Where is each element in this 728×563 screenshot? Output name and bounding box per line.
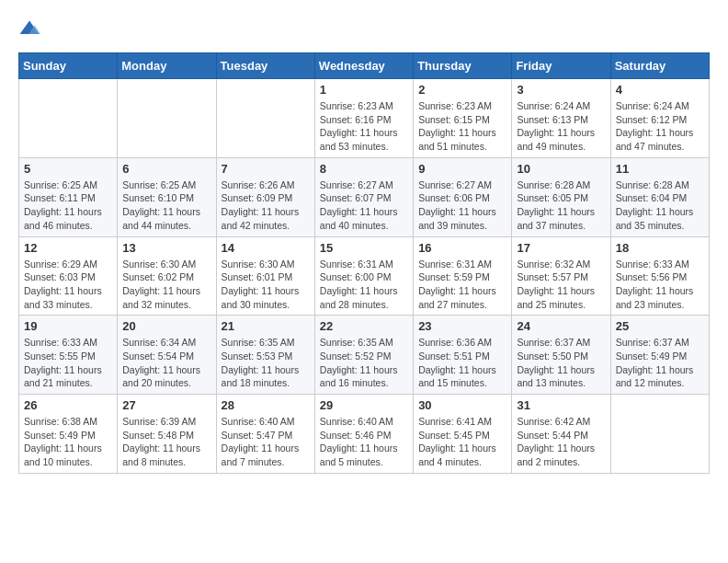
day-number: 5 [24, 162, 112, 176]
calendar-cell: 10Sunrise: 6:28 AM Sunset: 6:05 PM Dayli… [512, 157, 610, 236]
calendar-cell: 30Sunrise: 6:41 AM Sunset: 5:45 PM Dayli… [414, 395, 512, 474]
day-number: 21 [222, 319, 310, 333]
calendar-cell: 13Sunrise: 6:30 AM Sunset: 6:02 PM Dayli… [118, 236, 216, 316]
calendar-cell: 20Sunrise: 6:34 AM Sunset: 5:54 PM Dayli… [118, 316, 216, 395]
day-info: Sunrise: 6:23 AM Sunset: 6:16 PM Dayligh… [320, 99, 408, 154]
calendar-cell: 31Sunrise: 6:42 AM Sunset: 5:44 PM Dayli… [512, 395, 610, 474]
calendar-cell [610, 395, 709, 474]
calendar-cell: 17Sunrise: 6:32 AM Sunset: 5:57 PM Dayli… [512, 236, 610, 316]
calendar-cell: 16Sunrise: 6:31 AM Sunset: 5:59 PM Dayli… [414, 236, 512, 316]
day-info: Sunrise: 6:29 AM Sunset: 6:03 PM Dayligh… [24, 258, 112, 312]
day-number: 28 [222, 398, 310, 412]
day-number: 4 [616, 83, 704, 97]
day-info: Sunrise: 6:32 AM Sunset: 5:57 PM Dayligh… [517, 258, 605, 312]
day-number: 17 [517, 241, 605, 255]
day-info: Sunrise: 6:31 AM Sunset: 6:00 PM Dayligh… [320, 258, 408, 312]
day-number: 22 [320, 319, 408, 333]
day-number: 27 [122, 398, 210, 412]
day-info: Sunrise: 6:38 AM Sunset: 5:49 PM Dayligh… [24, 415, 112, 469]
day-info: Sunrise: 6:23 AM Sunset: 6:15 PM Dayligh… [418, 99, 506, 154]
calendar-cell: 24Sunrise: 6:37 AM Sunset: 5:50 PM Dayli… [512, 316, 610, 395]
day-number: 25 [616, 319, 704, 333]
calendar-cell [19, 79, 118, 158]
day-info: Sunrise: 6:28 AM Sunset: 6:04 PM Dayligh… [616, 178, 704, 233]
logo-icon [18, 19, 40, 38]
day-number: 14 [222, 241, 310, 255]
calendar-cell: 23Sunrise: 6:36 AM Sunset: 5:51 PM Dayli… [414, 316, 512, 395]
day-info: Sunrise: 6:34 AM Sunset: 5:54 PM Dayligh… [122, 336, 210, 390]
day-number: 10 [517, 162, 605, 176]
day-number: 31 [517, 398, 605, 412]
page-header [18, 18, 710, 38]
calendar-cell: 6Sunrise: 6:25 AM Sunset: 6:10 PM Daylig… [118, 157, 216, 236]
calendar-cell: 4Sunrise: 6:24 AM Sunset: 6:12 PM Daylig… [610, 79, 709, 158]
day-info: Sunrise: 6:30 AM Sunset: 6:02 PM Dayligh… [122, 258, 210, 312]
day-number: 2 [418, 83, 506, 97]
calendar-week-row: 19Sunrise: 6:33 AM Sunset: 5:55 PM Dayli… [19, 316, 710, 395]
day-number: 8 [320, 162, 408, 176]
calendar-cell: 15Sunrise: 6:31 AM Sunset: 6:00 PM Dayli… [314, 236, 413, 316]
day-info: Sunrise: 6:35 AM Sunset: 5:53 PM Dayligh… [222, 336, 310, 390]
day-number: 16 [418, 241, 506, 255]
day-info: Sunrise: 6:37 AM Sunset: 5:49 PM Dayligh… [616, 336, 704, 390]
day-info: Sunrise: 6:25 AM Sunset: 6:11 PM Dayligh… [24, 178, 112, 233]
day-info: Sunrise: 6:33 AM Sunset: 5:55 PM Dayligh… [24, 336, 112, 390]
calendar-cell: 9Sunrise: 6:27 AM Sunset: 6:06 PM Daylig… [414, 157, 512, 236]
day-info: Sunrise: 6:25 AM Sunset: 6:10 PM Dayligh… [122, 178, 210, 233]
day-number: 6 [122, 162, 210, 176]
day-number: 12 [24, 241, 112, 255]
day-of-week-header: Monday [118, 53, 216, 79]
calendar-cell: 29Sunrise: 6:40 AM Sunset: 5:46 PM Dayli… [314, 395, 413, 474]
day-number: 3 [517, 83, 605, 97]
calendar-cell: 21Sunrise: 6:35 AM Sunset: 5:53 PM Dayli… [216, 316, 314, 395]
day-number: 30 [418, 398, 506, 412]
day-info: Sunrise: 6:35 AM Sunset: 5:52 PM Dayligh… [320, 336, 408, 390]
calendar-cell: 8Sunrise: 6:27 AM Sunset: 6:07 PM Daylig… [314, 157, 413, 236]
day-of-week-header: Saturday [610, 53, 709, 79]
day-of-week-header: Friday [512, 53, 610, 79]
day-number: 26 [24, 398, 112, 412]
calendar-cell: 2Sunrise: 6:23 AM Sunset: 6:15 PM Daylig… [414, 79, 512, 158]
logo [18, 18, 44, 38]
day-info: Sunrise: 6:42 AM Sunset: 5:44 PM Dayligh… [517, 415, 605, 469]
calendar-header-row: SundayMondayTuesdayWednesdayThursdayFrid… [19, 53, 710, 79]
day-info: Sunrise: 6:39 AM Sunset: 5:48 PM Dayligh… [122, 415, 210, 469]
day-number: 13 [122, 241, 210, 255]
day-info: Sunrise: 6:33 AM Sunset: 5:56 PM Dayligh… [616, 258, 704, 312]
calendar-week-row: 12Sunrise: 6:29 AM Sunset: 6:03 PM Dayli… [19, 236, 710, 316]
day-number: 23 [418, 319, 506, 333]
calendar-cell: 19Sunrise: 6:33 AM Sunset: 5:55 PM Dayli… [19, 316, 118, 395]
calendar-week-row: 26Sunrise: 6:38 AM Sunset: 5:49 PM Dayli… [19, 395, 710, 474]
day-number: 19 [24, 319, 112, 333]
day-info: Sunrise: 6:27 AM Sunset: 6:06 PM Dayligh… [418, 178, 506, 233]
day-number: 24 [517, 319, 605, 333]
day-number: 7 [222, 162, 310, 176]
day-info: Sunrise: 6:30 AM Sunset: 6:01 PM Dayligh… [222, 258, 310, 312]
calendar-cell: 3Sunrise: 6:24 AM Sunset: 6:13 PM Daylig… [512, 79, 610, 158]
calendar-cell: 18Sunrise: 6:33 AM Sunset: 5:56 PM Dayli… [610, 236, 709, 316]
day-number: 20 [122, 319, 210, 333]
day-of-week-header: Sunday [19, 53, 118, 79]
calendar-cell: 11Sunrise: 6:28 AM Sunset: 6:04 PM Dayli… [610, 157, 709, 236]
day-info: Sunrise: 6:37 AM Sunset: 5:50 PM Dayligh… [517, 336, 605, 390]
day-number: 29 [320, 398, 408, 412]
calendar-cell: 27Sunrise: 6:39 AM Sunset: 5:48 PM Dayli… [118, 395, 216, 474]
day-info: Sunrise: 6:36 AM Sunset: 5:51 PM Dayligh… [418, 336, 506, 390]
calendar-cell: 7Sunrise: 6:26 AM Sunset: 6:09 PM Daylig… [216, 157, 314, 236]
day-info: Sunrise: 6:27 AM Sunset: 6:07 PM Dayligh… [320, 178, 408, 233]
day-info: Sunrise: 6:28 AM Sunset: 6:05 PM Dayligh… [517, 178, 605, 233]
day-info: Sunrise: 6:24 AM Sunset: 6:12 PM Dayligh… [616, 99, 704, 154]
calendar-cell: 26Sunrise: 6:38 AM Sunset: 5:49 PM Dayli… [19, 395, 118, 474]
calendar-cell: 5Sunrise: 6:25 AM Sunset: 6:11 PM Daylig… [19, 157, 118, 236]
day-info: Sunrise: 6:26 AM Sunset: 6:09 PM Dayligh… [222, 178, 310, 233]
day-info: Sunrise: 6:31 AM Sunset: 5:59 PM Dayligh… [418, 258, 506, 312]
calendar-week-row: 1Sunrise: 6:23 AM Sunset: 6:16 PM Daylig… [19, 79, 710, 158]
calendar-cell: 12Sunrise: 6:29 AM Sunset: 6:03 PM Dayli… [19, 236, 118, 316]
calendar-cell [216, 79, 314, 158]
calendar-week-row: 5Sunrise: 6:25 AM Sunset: 6:11 PM Daylig… [19, 157, 710, 236]
calendar-table: SundayMondayTuesdayWednesdayThursdayFrid… [18, 52, 710, 474]
day-number: 1 [320, 83, 408, 97]
calendar-cell: 22Sunrise: 6:35 AM Sunset: 5:52 PM Dayli… [314, 316, 413, 395]
day-of-week-header: Thursday [414, 53, 512, 79]
calendar-cell: 25Sunrise: 6:37 AM Sunset: 5:49 PM Dayli… [610, 316, 709, 395]
